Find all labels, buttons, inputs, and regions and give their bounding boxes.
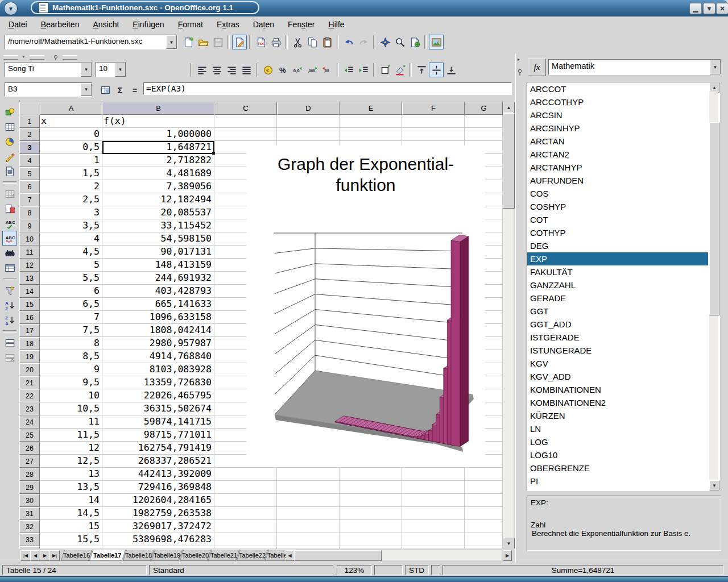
sheet-tab-tabelle19[interactable]: Tabelle19 — [151, 550, 183, 561]
cell[interactable]: 14 — [40, 494, 102, 507]
function-item-arctan2[interactable]: ARCTAN2 — [527, 148, 708, 161]
titlebar[interactable]: ▼ Mathematik1-Funktionen.sxc - OpenOffic… — [0, 0, 728, 17]
function-category-combobox[interactable]: Mathematik ▼ — [548, 59, 721, 75]
scroll-down-icon[interactable]: ▼ — [503, 538, 515, 549]
collapse-arrow-icon[interactable]: ▼ — [22, 55, 26, 59]
cell[interactable]: 12 — [40, 442, 102, 455]
row-header-18[interactable]: 18 — [19, 337, 40, 350]
function-item-log[interactable]: LOG — [527, 435, 708, 448]
name-box-dropdown-arrow-icon[interactable]: ▼ — [81, 83, 92, 96]
sheet-tab-tabelle21[interactable]: Tabelle21 — [208, 550, 239, 561]
cell[interactable] — [465, 507, 503, 520]
window-menu-button[interactable]: ▼ — [4, 2, 18, 15]
cell[interactable] — [340, 128, 402, 141]
cell[interactable]: 15,5 — [40, 533, 102, 546]
cell[interactable]: 729416,369848 — [102, 481, 214, 494]
font-name-dropdown-arrow-icon[interactable]: ▼ — [81, 63, 92, 77]
column-header-F[interactable]: F — [402, 102, 465, 115]
row-header-25[interactable]: 25 — [19, 429, 40, 442]
row-header-20[interactable]: 20 — [19, 363, 40, 376]
cell[interactable] — [214, 128, 277, 141]
menu-einfgen[interactable]: Einfügen — [127, 18, 169, 31]
cell[interactable] — [465, 128, 503, 141]
cell[interactable] — [214, 507, 277, 520]
cell[interactable]: 10 — [40, 389, 102, 402]
menu-ansicht[interactable]: Ansicht — [88, 18, 124, 31]
function-item-exp[interactable]: EXP — [527, 252, 708, 265]
cell[interactable] — [465, 481, 503, 494]
function-item-cothyp[interactable]: COTHYP — [527, 226, 708, 239]
function-listbox[interactable]: ARCCOTARCCOTHYPARCSINARCSINHYPARCTANARCT… — [527, 82, 720, 491]
cell[interactable] — [277, 494, 340, 507]
insert-cells-button[interactable] — [2, 119, 17, 134]
document-url-combobox[interactable]: /home/rolf/Mathematik1-Funktionen.sxc ▼ — [5, 35, 177, 49]
cell[interactable] — [402, 533, 465, 546]
percent-button[interactable]: % — [275, 63, 290, 77]
cell[interactable]: 13359,726830 — [102, 376, 214, 389]
font-name-combobox[interactable]: Song Ti ▼ — [5, 62, 92, 77]
print-file-button[interactable] — [268, 35, 283, 49]
cell[interactable]: 6,5 — [40, 298, 102, 311]
sheet-tab-tabelle17[interactable]: Tabelle17 — [89, 550, 126, 561]
function-item-deg[interactable]: DEG — [527, 239, 708, 252]
cell[interactable]: 54,598150 — [102, 232, 214, 246]
function-item-ggt_add[interactable]: GGT_ADD — [527, 318, 708, 331]
cell[interactable] — [277, 481, 340, 494]
row-header-17[interactable]: 17 — [19, 324, 40, 337]
row-header-11[interactable]: 11 — [19, 246, 40, 259]
vertical-scrollbar[interactable]: ▲ ▼ — [503, 102, 514, 548]
vertical-scroll-thumb[interactable] — [503, 113, 515, 209]
navigator-button[interactable] — [378, 35, 392, 49]
function-category-value[interactable]: Mathematik — [549, 60, 710, 74]
function-item-aufrunden[interactable]: AUFRUNDEN — [527, 174, 708, 187]
cell[interactable]: 6 — [40, 285, 102, 298]
cell[interactable] — [402, 115, 465, 128]
function-button[interactable]: = — [127, 82, 142, 97]
cell[interactable]: 2980,957987 — [102, 337, 214, 350]
status-selection-mode[interactable]: STD — [405, 565, 429, 575]
function-item-ganzzahl[interactable]: GANZZAHL — [527, 278, 708, 292]
cell[interactable] — [340, 481, 402, 494]
cell[interactable]: 36315,502674 — [102, 402, 214, 415]
cell[interactable] — [214, 520, 277, 533]
row-header-30[interactable]: 30 — [19, 494, 40, 507]
row-header-10[interactable]: 10 — [19, 232, 40, 246]
cell[interactable] — [402, 494, 465, 507]
cell[interactable]: 244,691932 — [102, 272, 214, 285]
align-top-button[interactable] — [414, 63, 429, 77]
cell[interactable]: 22026,465795 — [102, 389, 214, 402]
number-standard-button[interactable]: 0,0 — [290, 63, 305, 77]
function-item-arcsinhyp[interactable]: ARCSINHYP — [527, 122, 708, 135]
list-scroll-thumb[interactable] — [709, 122, 719, 315]
cell[interactable]: x — [40, 115, 102, 128]
function-item-cos[interactable]: COS — [527, 187, 708, 200]
menu-extras[interactable]: Extras — [212, 18, 245, 31]
cell[interactable]: 403,428793 — [102, 285, 214, 298]
cell[interactable]: 442413,392009 — [102, 468, 214, 481]
cell[interactable]: 1 — [40, 154, 102, 167]
data-sources-button[interactable] — [407, 35, 422, 49]
align-middle-button[interactable] — [429, 63, 444, 77]
cell[interactable]: 4914,768840 — [102, 350, 214, 363]
cell[interactable]: f(x) — [102, 115, 214, 128]
sort-ascending-button[interactable]: AZ — [2, 298, 17, 313]
sheet-tab-tabelle18[interactable]: Tabelle18 — [123, 550, 154, 561]
last-sheet-button[interactable]: ▶| — [49, 550, 60, 561]
cell[interactable] — [277, 128, 340, 141]
horizontal-scroll-thumb[interactable] — [294, 550, 382, 561]
undo-button[interactable] — [341, 35, 356, 49]
name-box[interactable]: B3 ▼ — [5, 82, 92, 97]
insert-button[interactable] — [2, 105, 17, 119]
cell[interactable]: 7,389056 — [102, 180, 214, 193]
row-header-5[interactable]: 5 — [19, 167, 40, 180]
function-item-arctanhyp[interactable]: ARCTANHYP — [527, 161, 708, 174]
cell[interactable] — [465, 115, 503, 128]
zoom-button[interactable] — [392, 35, 407, 49]
cut-button[interactable] — [290, 35, 305, 49]
cell[interactable]: 1,000000 — [102, 128, 214, 141]
row-header-2[interactable]: 2 — [19, 128, 40, 141]
cell[interactable] — [340, 115, 402, 128]
cell[interactable]: 4,481689 — [102, 167, 214, 180]
auto-spellcheck-button[interactable]: ABC — [2, 231, 17, 246]
cell[interactable]: 12,5 — [40, 455, 102, 468]
